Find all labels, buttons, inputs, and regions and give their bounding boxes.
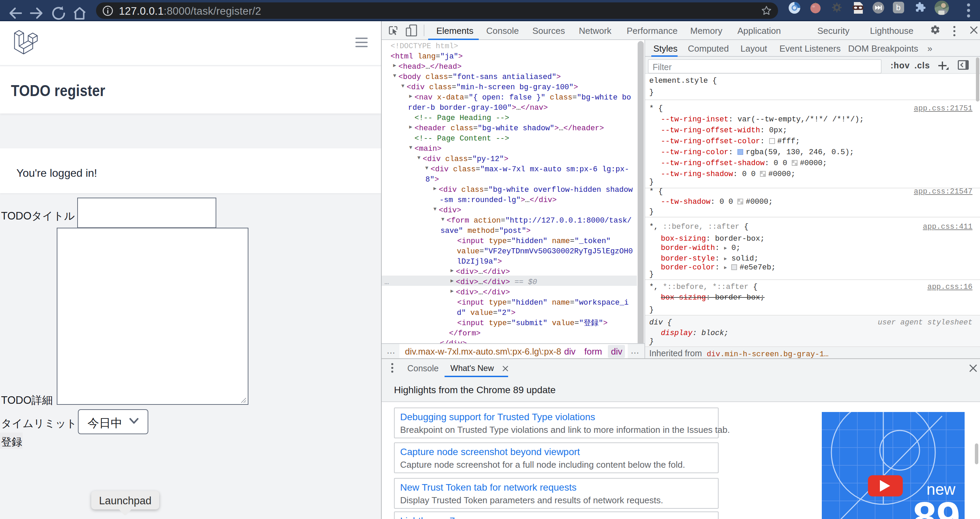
svg-text:89: 89 bbox=[913, 493, 960, 519]
svg-text:b: b bbox=[896, 3, 900, 12]
